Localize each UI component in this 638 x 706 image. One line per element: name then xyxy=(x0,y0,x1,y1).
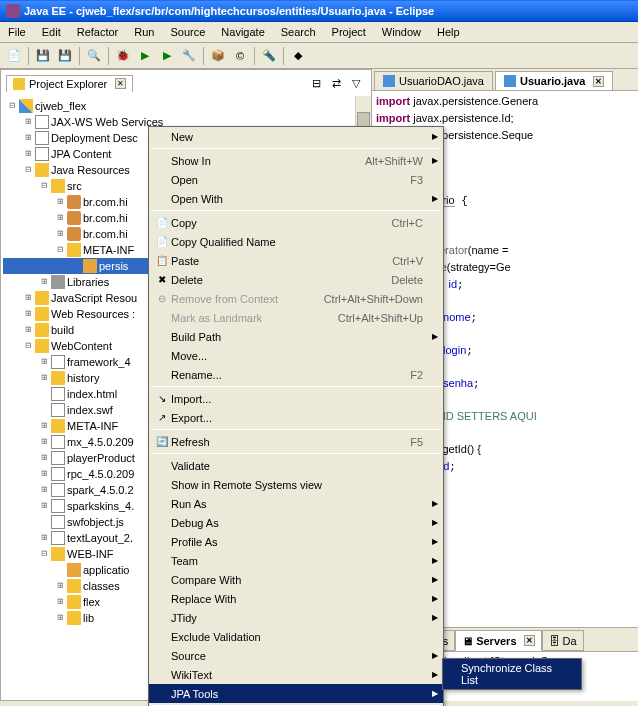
collapse-all-button[interactable]: ⊟ xyxy=(306,73,326,93)
expand-icon[interactable]: ⊞ xyxy=(39,437,49,447)
tree-item-label: flex xyxy=(83,594,100,610)
open-type-button[interactable]: 🔍 xyxy=(84,46,104,66)
run-button[interactable]: ▶ xyxy=(135,46,155,66)
collapse-icon[interactable]: ⊟ xyxy=(55,245,65,255)
link-editor-button[interactable]: ⇄ xyxy=(326,73,346,93)
view-menu-button[interactable]: ▽ xyxy=(346,73,366,93)
collapse-icon[interactable]: ⊟ xyxy=(39,181,49,191)
save-all-button[interactable]: 💾 xyxy=(55,46,75,66)
close-icon[interactable]: ✕ xyxy=(593,76,604,87)
tree-item-label: Web Resources : xyxy=(51,306,135,322)
collapse-icon[interactable]: ⊟ xyxy=(39,549,49,559)
menu-search[interactable]: Search xyxy=(273,24,324,40)
context-item-move-[interactable]: Move... xyxy=(149,346,443,365)
debug-button[interactable]: 🐞 xyxy=(113,46,133,66)
menu-navigate[interactable]: Navigate xyxy=(213,24,272,40)
search-button[interactable]: 🔦 xyxy=(259,46,279,66)
collapse-icon[interactable]: ⊟ xyxy=(23,341,33,351)
expand-icon[interactable]: ⊞ xyxy=(39,501,49,511)
expand-icon[interactable]: ⊞ xyxy=(39,469,49,479)
context-item-validate[interactable]: Validate xyxy=(149,456,443,475)
close-icon[interactable]: ✕ xyxy=(524,635,535,646)
context-item-build-path[interactable]: Build Path▶ xyxy=(149,327,443,346)
context-item-copy[interactable]: 📄CopyCtrl+C xyxy=(149,213,443,232)
bottom-tab-da[interactable]: 🗄Da xyxy=(542,630,584,651)
menu-edit[interactable]: Edit xyxy=(34,24,69,40)
menu-help[interactable]: Help xyxy=(429,24,468,40)
context-item-jpa-tools[interactable]: JPA Tools▶ xyxy=(149,684,443,703)
context-item-replace-with[interactable]: Replace With▶ xyxy=(149,589,443,608)
expand-icon[interactable]: ⊞ xyxy=(55,213,65,223)
tree-item-label: classes xyxy=(83,578,120,594)
context-item-new[interactable]: New▶ xyxy=(149,127,443,146)
expand-icon[interactable]: ⊞ xyxy=(23,325,33,335)
jpa-button[interactable]: ◆ xyxy=(288,46,308,66)
synchronize-class-list-item[interactable]: Synchronize Class List xyxy=(443,659,581,689)
context-item-paste[interactable]: 📋PasteCtrl+V xyxy=(149,251,443,270)
expand-icon xyxy=(39,517,49,527)
context-item-rename-[interactable]: Rename...F2 xyxy=(149,365,443,384)
menu-run[interactable]: Run xyxy=(126,24,162,40)
editor-tab[interactable]: UsuarioDAO.java xyxy=(374,71,493,90)
expand-icon[interactable]: ⊞ xyxy=(39,373,49,383)
expand-icon[interactable]: ⊞ xyxy=(39,485,49,495)
context-item-label: Copy Qualified Name xyxy=(171,236,431,248)
menu-project[interactable]: Project xyxy=(324,24,374,40)
editor-tab[interactable]: Usuario.java✕ xyxy=(495,71,613,90)
expand-icon[interactable]: ⊞ xyxy=(23,133,33,143)
tree-item-label: spark_4.5.0.2 xyxy=(67,482,134,498)
new-button[interactable]: 📄 xyxy=(4,46,24,66)
menu-window[interactable]: Window xyxy=(374,24,429,40)
expand-icon[interactable]: ⊞ xyxy=(23,149,33,159)
context-item-delete[interactable]: ✖DeleteDelete xyxy=(149,270,443,289)
context-item-show-in-remote-systems-view[interactable]: Show in Remote Systems view xyxy=(149,475,443,494)
expand-icon[interactable]: ⊞ xyxy=(23,117,33,127)
jpa-tools-submenu[interactable]: Synchronize Class List xyxy=(442,658,582,690)
save-button[interactable]: 💾 xyxy=(33,46,53,66)
context-item-debug-as[interactable]: Debug As▶ xyxy=(149,513,443,532)
context-item-compare-with[interactable]: Compare With▶ xyxy=(149,570,443,589)
context-item-open[interactable]: OpenF3 xyxy=(149,170,443,189)
expand-icon[interactable]: ⊞ xyxy=(23,293,33,303)
context-menu[interactable]: New▶Show InAlt+Shift+W▶OpenF3Open With▶📄… xyxy=(148,126,444,706)
context-item-jtidy[interactable]: JTidy▶ xyxy=(149,608,443,627)
menu-source[interactable]: Source xyxy=(162,24,213,40)
expand-icon[interactable]: ⊞ xyxy=(55,197,65,207)
new-class-button[interactable]: © xyxy=(230,46,250,66)
context-item-profile-as[interactable]: Profile As▶ xyxy=(149,532,443,551)
collapse-icon[interactable]: ⊟ xyxy=(7,101,17,111)
context-item-open-with[interactable]: Open With▶ xyxy=(149,189,443,208)
collapse-icon[interactable]: ⊟ xyxy=(23,165,33,175)
expand-icon[interactable]: ⊞ xyxy=(39,277,49,287)
context-item-source[interactable]: Source▶ xyxy=(149,646,443,665)
expand-icon[interactable]: ⊞ xyxy=(39,421,49,431)
run-last-button[interactable]: ▶ xyxy=(157,46,177,66)
submenu-arrow-icon: ▶ xyxy=(431,594,439,603)
context-item-run-as[interactable]: Run As▶ xyxy=(149,494,443,513)
menu-refactor[interactable]: Refactor xyxy=(69,24,127,40)
file-icon xyxy=(51,515,65,529)
close-icon[interactable]: ✕ xyxy=(115,78,126,89)
expand-icon[interactable]: ⊞ xyxy=(55,581,65,591)
context-item-exclude-validation[interactable]: Exclude Validation xyxy=(149,627,443,646)
expand-icon[interactable]: ⊞ xyxy=(55,613,65,623)
expand-icon[interactable]: ⊞ xyxy=(23,309,33,319)
external-tools-button[interactable]: 🔧 xyxy=(179,46,199,66)
menu-file[interactable]: File xyxy=(0,24,34,40)
expand-icon[interactable]: ⊞ xyxy=(39,453,49,463)
bottom-tab-servers[interactable]: 🖥Servers✕ xyxy=(455,630,541,651)
context-item-import-[interactable]: ↘Import... xyxy=(149,389,443,408)
context-item-copy-qualified-name[interactable]: 📄Copy Qualified Name xyxy=(149,232,443,251)
context-item-wikitext[interactable]: WikiText▶ xyxy=(149,665,443,684)
tree-item[interactable]: ⊟cjweb_flex xyxy=(3,98,369,114)
context-item-show-in[interactable]: Show InAlt+Shift+W▶ xyxy=(149,151,443,170)
expand-icon[interactable]: ⊞ xyxy=(39,357,49,367)
new-package-button[interactable]: 📦 xyxy=(208,46,228,66)
expand-icon[interactable]: ⊞ xyxy=(39,533,49,543)
context-item-team[interactable]: Team▶ xyxy=(149,551,443,570)
expand-icon[interactable]: ⊞ xyxy=(55,597,65,607)
context-item-refresh[interactable]: 🔄RefreshF5 xyxy=(149,432,443,451)
context-item-export-[interactable]: ↗Export... xyxy=(149,408,443,427)
expand-icon[interactable]: ⊞ xyxy=(55,229,65,239)
project-explorer-tab[interactable]: Project Explorer ✕ xyxy=(6,75,133,92)
